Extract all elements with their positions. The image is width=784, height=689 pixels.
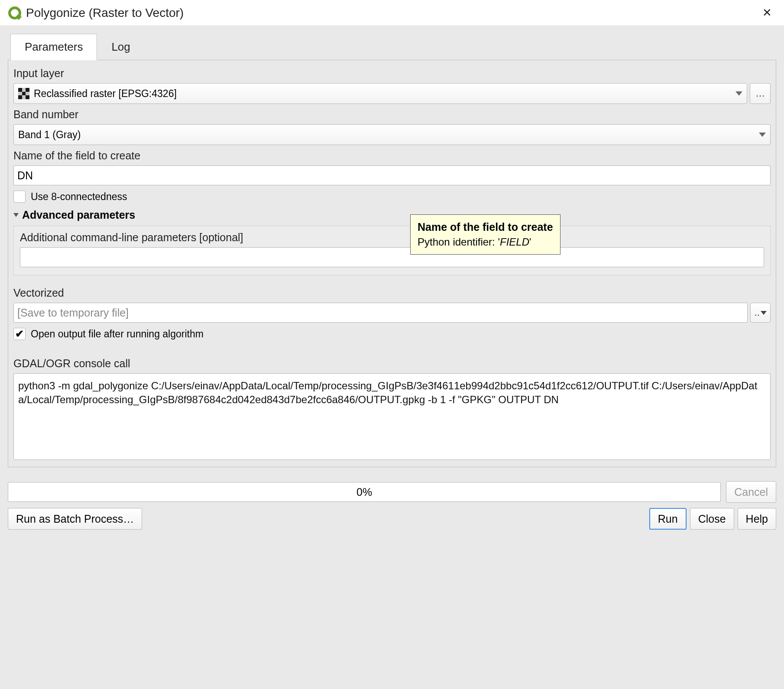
qgis-logo-icon bbox=[8, 6, 22, 20]
input-layer-dropdown[interactable]: Reclassified raster [EPSG:4326] bbox=[13, 83, 747, 104]
tooltip-title: Name of the field to create bbox=[418, 219, 553, 235]
run-batch-button[interactable]: Run as Batch Process… bbox=[8, 508, 142, 530]
label-open-output: Open output file after running algorithm bbox=[31, 328, 204, 340]
label-field-name: Name of the field to create bbox=[13, 149, 771, 162]
label-additional-params: Additional command-line parameters [opti… bbox=[20, 231, 762, 244]
input-layer-browse-button[interactable]: … bbox=[750, 83, 771, 104]
additional-params-input[interactable] bbox=[20, 247, 764, 267]
cancel-button[interactable]: Cancel bbox=[726, 481, 776, 503]
chevron-down-icon bbox=[761, 311, 767, 315]
input-layer-value: Reclassified raster [EPSG:4326] bbox=[34, 88, 177, 100]
label-input-layer: Input layer bbox=[13, 67, 771, 80]
chevron-down-icon bbox=[13, 213, 19, 217]
label-console-call: GDAL/OGR console call bbox=[13, 357, 771, 370]
field-name-input[interactable] bbox=[13, 165, 771, 185]
progress-row: 0% Cancel bbox=[0, 475, 784, 505]
label-use-8-connectedness: Use 8-connectedness bbox=[31, 191, 127, 203]
tooltip-python-id: Python identifier: 'FIELD' bbox=[418, 235, 553, 250]
label-advanced-parameters: Advanced parameters bbox=[22, 209, 135, 221]
console-call-text[interactable]: python3 -m gdal_polygonize C:/Users/eina… bbox=[13, 373, 771, 460]
label-vectorized: Vectorized bbox=[13, 287, 771, 299]
tab-log[interactable]: Log bbox=[97, 34, 144, 60]
band-number-dropdown[interactable]: Band 1 (Gray) bbox=[13, 124, 771, 145]
chevron-down-icon bbox=[735, 91, 742, 96]
close-icon[interactable]: ✕ bbox=[758, 4, 776, 21]
band-number-value: Band 1 (Gray) bbox=[18, 129, 81, 141]
browse-dots: .. bbox=[755, 307, 760, 318]
title-bar: Polygonize (Raster to Vector) ✕ bbox=[0, 0, 784, 26]
advanced-parameters-box: Additional command-line parameters [opti… bbox=[13, 226, 771, 275]
label-band-number: Band number bbox=[13, 108, 771, 121]
chevron-down-icon bbox=[759, 133, 766, 137]
tab-bar: Parameters Log bbox=[10, 34, 776, 60]
window-title: Polygonize (Raster to Vector) bbox=[26, 6, 184, 20]
tab-parameters[interactable]: Parameters bbox=[10, 34, 97, 60]
progress-bar: 0% bbox=[8, 482, 721, 502]
button-row: Run as Batch Process… Run Close Help bbox=[0, 505, 784, 537]
raster-layer-icon bbox=[18, 88, 29, 99]
vectorized-output-field[interactable]: [Save to temporary file] bbox=[13, 303, 748, 323]
advanced-parameters-toggle[interactable]: Advanced parameters bbox=[13, 209, 771, 221]
vectorized-output-browse-button[interactable]: .. bbox=[750, 303, 771, 323]
field-name-tooltip: Name of the field to create Python ident… bbox=[410, 214, 560, 255]
close-button[interactable]: Close bbox=[690, 508, 734, 530]
help-button[interactable]: Help bbox=[738, 508, 776, 530]
dialog-content: Parameters Log Input layer Reclassified … bbox=[0, 26, 784, 475]
use-8-connectedness-checkbox[interactable] bbox=[13, 191, 26, 203]
open-output-checkbox[interactable]: ✔ bbox=[13, 328, 26, 340]
parameters-panel: Input layer Reclassified raster [EPSG:43… bbox=[8, 60, 776, 467]
run-button[interactable]: Run bbox=[649, 508, 687, 530]
